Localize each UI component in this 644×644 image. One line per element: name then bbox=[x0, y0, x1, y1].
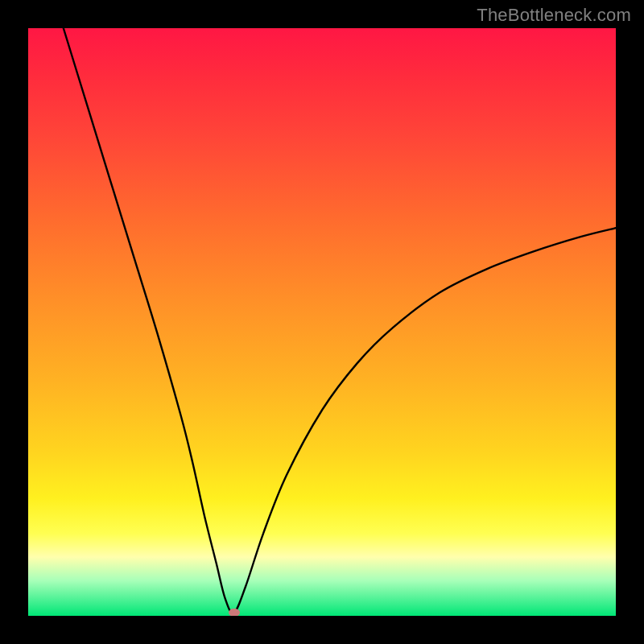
watermark-text: TheBottleneck.com bbox=[477, 5, 631, 26]
plot-area bbox=[28, 28, 616, 616]
minimum-marker bbox=[229, 609, 240, 616]
curve-layer bbox=[28, 28, 616, 616]
chart-stage: TheBottleneck.com bbox=[0, 0, 644, 644]
bottleneck-curve bbox=[64, 28, 616, 613]
